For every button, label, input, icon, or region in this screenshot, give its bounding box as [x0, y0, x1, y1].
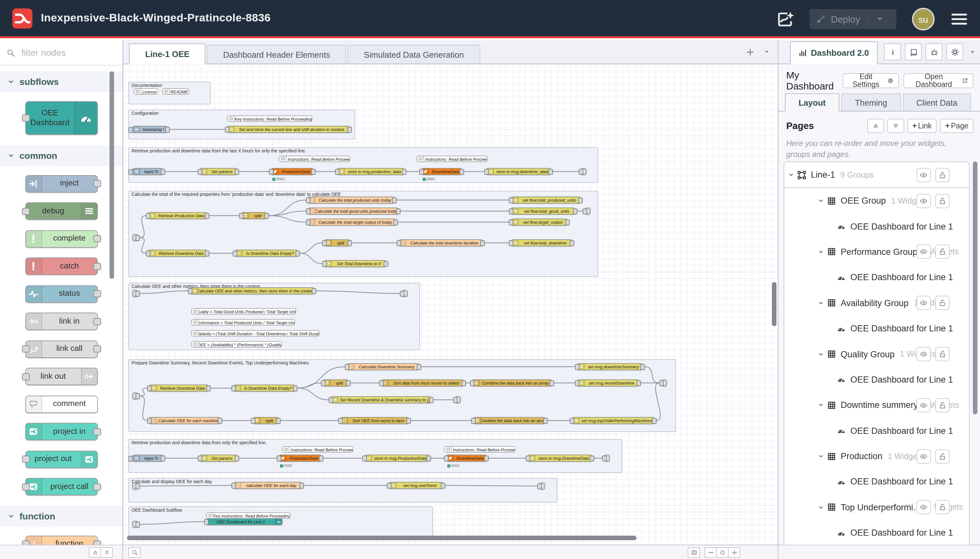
flow-node-license[interactable]: License — [134, 88, 158, 95]
input-port[interactable] — [233, 250, 237, 256]
tree-row-page-line-1[interactable]: Line-19 Groups — [784, 162, 969, 188]
input-port[interactable] — [362, 455, 367, 461]
input-port[interactable] — [570, 418, 574, 423]
lock-toggle-button[interactable] — [935, 168, 950, 182]
output-port[interactable] — [93, 290, 101, 297]
output-port[interactable] — [578, 197, 583, 203]
flow-node-key-instructions-read-before-proceeding[interactable]: Key Instructions: Read Before Proceeding — [416, 155, 487, 162]
flow-node-downtimedata[interactable]: DowntimeDataRWC — [446, 455, 487, 462]
output-port[interactable] — [543, 418, 548, 423]
debug-button[interactable] — [926, 43, 942, 60]
avatar[interactable]: su — [912, 8, 935, 30]
flow-node-availavity-total-shift-duration-total-do[interactable]: Availavity = (Total Shift Duration - Tot… — [191, 330, 320, 337]
input-port[interactable] — [231, 385, 236, 391]
tree-row-group-downtime-summery[interactable]: Downtime summery1 Widgets — [784, 392, 969, 418]
output-port[interactable] — [161, 169, 165, 174]
input-port[interactable] — [379, 380, 384, 386]
flow-node-timestamp[interactable]: timestamp ¹ — [132, 126, 168, 133]
output-port[interactable] — [573, 208, 577, 214]
flow-node-split[interactable]: split — [241, 212, 267, 219]
tree-row-widget[interactable]: OEE Dashboard for Line 1 — [784, 265, 969, 290]
flow-node-downtimedata[interactable]: DowntimeDataRWC — [421, 168, 462, 175]
input-port[interactable] — [239, 213, 244, 218]
input-port[interactable] — [22, 373, 30, 380]
flow-node-store-in-msg-downtime-data[interactable]: store in msg.downtime_data — [486, 168, 551, 175]
lock-toggle-button[interactable] — [935, 347, 950, 361]
input-port[interactable] — [575, 364, 579, 370]
output-port[interactable] — [295, 250, 300, 256]
add-page-button[interactable]: +Page — [940, 119, 973, 133]
flow-node-oee-availability-performance-quality[interactable]: OEE = (Availability) * (Performance) * (… — [191, 341, 282, 347]
palette-node-comment[interactable]: comment — [25, 395, 97, 413]
flow-node-split[interactable]: split — [323, 379, 349, 387]
output-port[interactable] — [402, 169, 406, 174]
ai-flow-icon[interactable] — [776, 9, 795, 29]
palette-node-complete[interactable]: complete — [25, 230, 97, 247]
output-port[interactable] — [276, 418, 280, 423]
output-port[interactable] — [93, 483, 101, 490]
input-port[interactable] — [306, 219, 310, 225]
tab-dashboard-2[interactable]: Dashboard 2.0 — [790, 41, 877, 64]
input-port[interactable] — [575, 380, 579, 386]
canvas-h-scrollbar[interactable] — [127, 536, 637, 540]
flow-node-sort-data-from-most-recent-to-oldest[interactable]: Sort data from most recent to oldest — [381, 379, 464, 387]
minimap-button[interactable] — [688, 547, 700, 557]
flow-node-oee-dashboard-for-line-1[interactable]: OEE Dashboard for Line 1 — [206, 518, 282, 525]
input-port[interactable] — [471, 418, 476, 423]
filter-nodes-input[interactable] — [20, 47, 116, 58]
hamburger-menu-icon[interactable] — [952, 13, 967, 25]
flow-node-set-msg-oeetrend[interactable]: set msg.oeeTrend — [389, 482, 443, 489]
tree-row-widget[interactable]: OEE Dashboard for Line 1 — [784, 316, 969, 341]
visibility-toggle-button[interactable] — [916, 296, 931, 310]
flow-node-retrieve-production-data[interactable]: Retrieve Production Data — [148, 212, 208, 219]
output-port[interactable] — [460, 169, 464, 174]
output-port[interactable] — [135, 235, 140, 241]
output-port[interactable] — [406, 418, 411, 423]
flow-node-link[interactable] — [402, 290, 408, 297]
input-port[interactable] — [306, 208, 310, 214]
flow-node-inject[interactable]: inject ↻ — [132, 455, 163, 462]
input-port[interactable] — [509, 208, 513, 214]
output-port[interactable] — [311, 169, 316, 174]
add-flow-button[interactable] — [746, 48, 754, 56]
output-port[interactable] — [548, 169, 553, 174]
flow-node-productiondata[interactable]: ProductionDataRWC — [271, 168, 314, 175]
output-port[interactable] — [637, 380, 641, 386]
flow-node-set-flow-total-produced-units[interactable]: set flow.total_produced_units — [511, 197, 581, 203]
input-port[interactable] — [231, 483, 236, 488]
info-button[interactable]: i — [884, 43, 901, 60]
flow-node-retrieve-downtime-data[interactable]: Retrieve Downtime Data — [148, 250, 208, 257]
visibility-toggle-button[interactable] — [916, 194, 931, 208]
zoom-in-button[interactable] — [728, 547, 740, 557]
palette-node-debug[interactable]: debug — [25, 202, 97, 220]
flow-node-set-flow-total-good-units[interactable]: set flow.total_good_units — [511, 208, 576, 215]
output-port[interactable] — [347, 240, 352, 246]
output-port[interactable] — [347, 126, 352, 132]
flow-group-calculate-and-display-oee-for-each-day[interactable]: Calculate and display OEE for each day. — [128, 478, 558, 503]
input-port[interactable] — [579, 169, 583, 174]
palette-node-project-in[interactable]: project in — [25, 423, 97, 440]
palette-node-project-call[interactable]: project call — [25, 478, 97, 495]
flow-node-key-instructions-read-before-proceeding[interactable]: Key Instructions: Read Before Proceeding — [206, 512, 290, 519]
tree-row-widget[interactable]: OEE Dashboard for Line 1 — [784, 520, 969, 545]
output-port[interactable] — [480, 240, 485, 246]
inject-button[interactable] — [128, 169, 133, 175]
output-port[interactable] — [234, 455, 239, 461]
palette-node-link-in[interactable]: link in — [25, 313, 97, 330]
help-button[interactable] — [905, 43, 922, 60]
flow-node-link[interactable] — [132, 290, 138, 297]
flow-canvas[interactable]: DocumentationConfigurationRetrieve produ… — [123, 64, 778, 545]
palette-node-oee-dashboard[interactable]: OEE Dashboard — [25, 101, 97, 135]
flow-node-set-msg-topunderperformingmachines[interactable]: set msg.topUnderPerformingMachines — [572, 417, 655, 424]
input-port[interactable] — [146, 213, 150, 218]
output-port[interactable] — [135, 521, 140, 527]
output-port[interactable] — [312, 288, 316, 294]
flow-node-key-instructions-read-before-proceeding[interactable]: Key Instructions: Read Before Proceeding — [227, 116, 312, 122]
visibility-toggle-button[interactable] — [916, 245, 931, 259]
input-port[interactable] — [602, 455, 607, 461]
flow-node-calculate-the-total-downtime-duration[interactable]: fCalculate the total downtime duration — [399, 239, 483, 246]
canvas-v-scrollbar[interactable] — [772, 282, 777, 326]
flow-node-store-in-msg-downtimedata[interactable]: store in msg.DowntimeData — [528, 455, 592, 462]
tree-row-widget[interactable]: OEE Dashboard for Line 1 — [784, 367, 969, 392]
zoom-reset-button[interactable] — [716, 547, 729, 557]
